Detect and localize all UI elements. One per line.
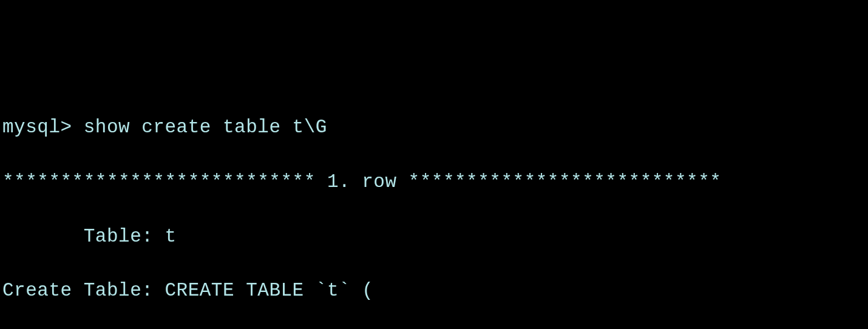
mysql-prompt: mysql> [2,117,84,138]
create-statement-start: CREATE TABLE `t` ( [164,280,373,301]
table-name-line: Table: t [2,223,866,251]
prompt-line[interactable]: mysql> show create table t\G [2,114,866,141]
command-text: show create table t\G [84,117,327,138]
row-separator: *************************** 1. row *****… [2,169,866,196]
create-label: Create Table: [2,280,164,301]
create-table-line: Create Table: CREATE TABLE `t` ( [2,277,866,305]
table-name-value: t [164,226,176,247]
table-label: Table: [2,226,164,247]
